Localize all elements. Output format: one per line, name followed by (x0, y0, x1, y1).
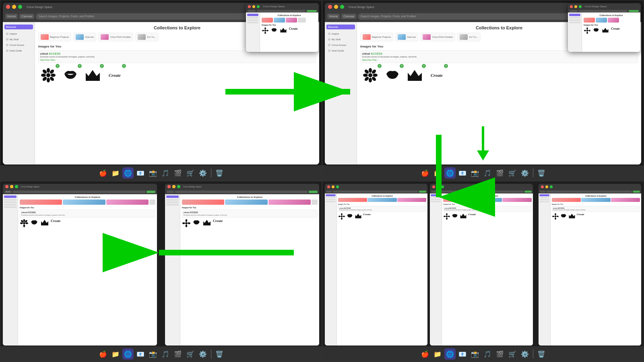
back-btn-q1[interactable]: Home (5, 14, 18, 19)
mw-close-q4m[interactable] (432, 185, 435, 188)
dock-photos-q4[interactable]: 📸 (469, 348, 481, 360)
mw-close-q3r[interactable] (167, 185, 171, 188)
dock-settings-q2[interactable]: ⚙️ (519, 167, 530, 179)
mystuff-item-q1[interactable]: My Stuff (4, 37, 33, 42)
dock-music-q1[interactable]: 🎵 (160, 167, 171, 179)
dock-music-q4[interactable]: 🎵 (482, 348, 493, 360)
fw-min-q1[interactable] (252, 5, 255, 8)
collection-beginner-q1[interactable]: Beginner Projects (38, 33, 71, 41)
dock-mail-q2[interactable]: 📧 (457, 167, 468, 179)
dock-video-q2[interactable]: 🎬 (494, 167, 506, 179)
dock-appstore-q3[interactable]: 🛒 (185, 348, 196, 360)
mw-min-q4r[interactable] (545, 185, 548, 188)
collection-howto-q1[interactable]: How-tos (73, 33, 96, 41)
mw-min-q4l[interactable] (332, 185, 334, 188)
dock-trash-q2[interactable]: 🗑️ (536, 167, 547, 179)
mw-max-q4m[interactable] (441, 185, 444, 188)
mw-close-q4l[interactable] (327, 185, 330, 188)
dock-trash-q4[interactable]: 🗑️ (536, 348, 547, 360)
add-lips-btn-q2[interactable]: + (400, 64, 404, 68)
dock-trash-q3[interactable]: 🗑️ (214, 348, 225, 360)
dock-photos-q2[interactable]: 📸 (469, 167, 481, 179)
mystuff-item-q2[interactable]: My Stuff (326, 37, 355, 42)
max-btn-q1[interactable] (18, 5, 22, 9)
collection-extra-q2[interactable]: For Tu... (457, 33, 480, 41)
image-create-q2[interactable]: + Create (427, 65, 447, 85)
start-free-q2[interactable]: Start Free Trial › (362, 59, 636, 61)
dock-settings-q3[interactable]: ⚙️ (197, 348, 208, 360)
mw-max-q4r[interactable] (550, 185, 553, 188)
fw-min-q2[interactable] (574, 5, 577, 8)
min-btn-q2[interactable] (334, 5, 338, 9)
dock-appstore-q4[interactable]: 🛒 (507, 348, 518, 360)
mw-max-q3r[interactable] (177, 185, 180, 188)
dock-video-q1[interactable]: 🎬 (172, 167, 184, 179)
image-flower-q1[interactable]: + (38, 65, 58, 85)
dock-finder-q4[interactable]: 🍎 (419, 348, 431, 360)
inspire-item-q2[interactable]: Inspire (326, 31, 355, 36)
image-lips-q1[interactable]: + (60, 65, 80, 85)
dock-finder-q3[interactable]: 🍎 (97, 348, 109, 360)
image-crown-q1[interactable]: + (83, 65, 103, 85)
mw-close-q4r[interactable] (541, 185, 544, 188)
mw-min-q4m[interactable] (437, 185, 440, 188)
start-free-q1[interactable]: Start Free Trial › (40, 59, 314, 61)
add-create-btn-q2[interactable]: + (444, 64, 448, 68)
dock-files-q1[interactable]: 📁 (110, 167, 121, 179)
max-btn-q2[interactable] (340, 5, 344, 9)
add-create-btn-q1[interactable]: + (122, 64, 126, 68)
dock-finder-q1[interactable]: 🍎 (97, 167, 109, 179)
add-flower-btn-q1[interactable]: + (56, 64, 60, 68)
add-lips-btn-q1[interactable]: + (78, 64, 82, 68)
mw-max-q4l[interactable] (336, 185, 339, 188)
mw-close-q3l[interactable] (5, 185, 8, 188)
dock-trash-q1[interactable]: 🗑️ (214, 167, 225, 179)
cricutaccess-item-q2[interactable]: Cricut Access (326, 43, 355, 47)
discover-item-q1[interactable]: Discover (4, 25, 33, 29)
dock-browser-q4[interactable]: 🌐 (444, 348, 456, 360)
dock-browser-q1[interactable]: 🌐 (122, 167, 134, 179)
dock-photos-q1[interactable]: 📸 (147, 167, 159, 179)
dock-video-q4[interactable]: 🎬 (494, 348, 506, 360)
fw-max-q2[interactable] (579, 5, 582, 8)
dock-mail-q3[interactable]: 📧 (135, 348, 146, 360)
dock-files-q3[interactable]: 📁 (110, 348, 121, 360)
dock-finder-q2[interactable]: 🍎 (419, 167, 431, 179)
mw-min-q3r[interactable] (172, 185, 175, 188)
mw-min-q3l[interactable] (10, 185, 13, 188)
add-flower-btn-q2[interactable]: + (378, 64, 382, 68)
min-btn-q1[interactable] (12, 5, 16, 9)
inspire-item-q1[interactable]: Inspire (4, 31, 33, 36)
back-btn-q2[interactable]: Home (327, 14, 340, 19)
discover-item-q2[interactable]: Discover (326, 25, 355, 29)
add-crown-btn-q2[interactable]: + (422, 64, 426, 68)
cricutaccess-item-q1[interactable]: Cricut Access (4, 43, 33, 47)
close-btn-q1[interactable] (6, 5, 10, 9)
dock-appstore-q1[interactable]: 🛒 (185, 167, 196, 179)
mw-home-q3r[interactable] (167, 191, 174, 193)
dock-settings-q1[interactable]: ⚙️ (197, 167, 208, 179)
collection-howto-q2[interactable]: How-tos (395, 33, 418, 41)
canvas-btn-q2[interactable]: Canvas (341, 14, 356, 19)
mw-newproj-q3l[interactable] (147, 191, 155, 193)
mw-search-q3l[interactable] (12, 191, 146, 193)
collection-beginner-q2[interactable]: Beginner Projects (360, 33, 393, 41)
dock-files-q4[interactable]: 📁 (432, 348, 443, 360)
image-crown-q2[interactable]: + (405, 65, 425, 85)
dock-browser-q2[interactable]: 🌐 (444, 167, 456, 179)
mw-newproj-q3r[interactable] (309, 191, 318, 193)
dock-appstore-q2[interactable]: 🛒 (507, 167, 518, 179)
close-btn-q2[interactable] (328, 5, 332, 9)
fw-close-q2[interactable] (570, 5, 573, 8)
collection-extra-q1[interactable]: For Tu... (135, 33, 158, 41)
dock-files-q2[interactable]: 📁 (432, 167, 443, 179)
dock-mail-q4[interactable]: 📧 (457, 348, 468, 360)
mw-search-q3r[interactable] (175, 191, 308, 193)
heatguide-item-q1[interactable]: Heat Guide (4, 48, 33, 53)
dock-mail-q1[interactable]: 📧 (135, 167, 146, 179)
add-crown-btn-q1[interactable]: + (100, 64, 104, 68)
heatguide-item-q2[interactable]: Heat Guide (326, 48, 355, 53)
dock-music-q2[interactable]: 🎵 (482, 167, 493, 179)
dock-photos-q3[interactable]: 📸 (147, 348, 159, 360)
mw-home-q3l[interactable]: Home (4, 191, 12, 193)
